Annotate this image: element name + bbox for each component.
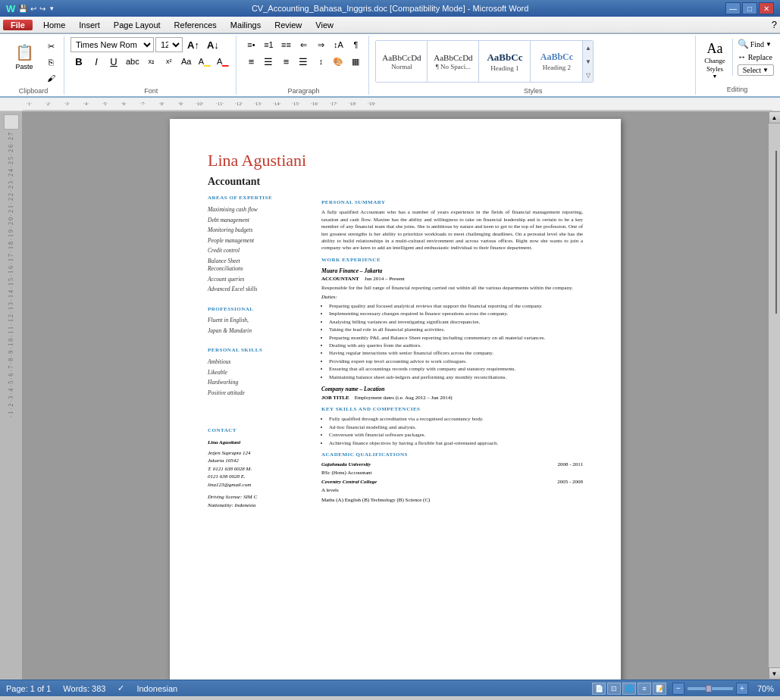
clear-format-button[interactable]: Aa <box>178 54 195 69</box>
svg-text:·6·: ·6· <box>121 101 127 107</box>
right-column: PERSONAL SUMMARY A fully qualified Accou… <box>321 195 583 509</box>
expertise-item-8: Advanced Excel skills <box>208 286 306 294</box>
scroll-thumb[interactable] <box>775 151 777 314</box>
zoom-slider[interactable] <box>688 687 733 690</box>
svg-text:·18·: ·18· <box>349 101 357 107</box>
bullets-button[interactable]: ≡• <box>243 37 259 52</box>
grow-font-button[interactable]: A↑ <box>184 37 202 52</box>
skill-2: Ad-hoc financial modelling and analysis. <box>329 424 583 431</box>
language-label[interactable]: Indonesian <box>136 684 177 693</box>
home-tab[interactable]: Home <box>37 19 71 31</box>
duty-8: Providing expert top level accounting ad… <box>329 358 583 365</box>
style-normal[interactable]: AaBbCcDd Normal <box>376 41 428 82</box>
justify-button[interactable]: ☰ <box>295 54 312 69</box>
zoom-out-btn[interactable]: − <box>672 683 684 695</box>
quick-undo[interactable]: ↩ <box>30 5 36 13</box>
find-label[interactable]: Find <box>750 40 764 48</box>
scroll-up-btn[interactable]: ▲ <box>583 45 593 52</box>
style-heading2[interactable]: AaBbCc Heading 2 <box>531 41 582 82</box>
format-painter-button[interactable]: 🖌 <box>42 70 59 86</box>
numbering-button[interactable]: ≡1 <box>260 37 277 52</box>
style-heading2-preview: AaBbCc <box>540 52 573 63</box>
multilevel-button[interactable]: ≡≡ <box>277 37 294 52</box>
styles-panel: AaBbCcDd Normal AaBbCcDd ¶ No Spaci... A… <box>375 40 594 83</box>
subscript-button[interactable]: x₂ <box>143 54 160 69</box>
decrease-indent-button[interactable]: ⇐ <box>295 37 312 52</box>
duty-6: Dealing with any queries from the audito… <box>329 342 583 349</box>
scroll-down-btn[interactable]: ▼ <box>583 58 593 65</box>
clipboard-group: 📋 Paste ✂ ⎘ 🖌 Clipboard <box>3 36 64 95</box>
ruler-corner[interactable] <box>4 114 19 130</box>
quick-dropdown[interactable]: ▼ <box>49 5 55 12</box>
shading-button[interactable]: 🎨 <box>330 54 346 69</box>
text-highlight-button[interactable]: A▁ <box>196 54 213 69</box>
references-tab[interactable]: References <box>168 19 223 31</box>
review-tab[interactable]: Review <box>268 19 308 31</box>
increase-indent-button[interactable]: ⇒ <box>312 37 329 52</box>
clipboard-label: Clipboard <box>19 86 49 95</box>
vertical-scrollbar[interactable]: ▲ ▼ <box>768 111 780 680</box>
quick-save[interactable]: 💾 <box>18 5 27 13</box>
underline-button[interactable]: U <box>105 54 122 69</box>
help-icon[interactable]: ? <box>772 19 777 30</box>
maximize-btn[interactable]: □ <box>742 2 757 14</box>
find-dropdown[interactable]: ▼ <box>766 41 772 48</box>
zoom-in-btn[interactable]: + <box>736 683 748 695</box>
expertise-item-1: Maximising cash flow <box>208 206 306 214</box>
align-right-button[interactable]: ≡ <box>277 54 294 69</box>
job1-row: ACCOUNTANT Jun 2014 – Present <box>321 276 583 283</box>
superscript-button[interactable]: x² <box>161 54 177 69</box>
copy-button[interactable]: ⎘ <box>42 55 59 70</box>
italic-button[interactable]: I <box>88 54 105 69</box>
web-layout-btn[interactable]: 🌐 <box>622 683 636 695</box>
style-nospace-preview: AaBbCcDd <box>434 53 472 62</box>
zoom-level[interactable]: 70% <box>751 684 774 693</box>
file-tab[interactable]: File <box>3 20 33 30</box>
font-name-select[interactable]: Times New Rom <box>70 37 154 52</box>
svg-text:·15·: ·15· <box>292 101 300 107</box>
cut-button[interactable]: ✂ <box>42 39 59 54</box>
borders-button[interactable]: ▦ <box>347 54 364 69</box>
scroll-more-btn[interactable]: ▽ <box>583 72 593 79</box>
spell-check-icon[interactable]: ✓ <box>117 683 124 693</box>
sort-button[interactable]: ↕A <box>330 37 346 52</box>
svg-text:·8·: ·8· <box>159 101 164 107</box>
align-center-button[interactable]: ☰ <box>260 54 277 69</box>
scroll-up-btn[interactable]: ▲ <box>769 111 781 123</box>
style-nospace-label: ¶ No Spaci... <box>436 63 471 70</box>
edu2-subjects: Maths (A) English (B) Technology (B) Sci… <box>321 497 583 505</box>
paste-button[interactable]: 📋 Paste <box>8 37 41 77</box>
style-nospace[interactable]: AaBbCcDd ¶ No Spaci... <box>428 41 479 82</box>
shrink-font-button[interactable]: A↓ <box>204 37 222 52</box>
align-left-button[interactable]: ≡ <box>243 54 259 69</box>
style-heading1[interactable]: AaBbCc Heading 1 <box>479 41 531 82</box>
select-button[interactable]: Select ▼ <box>738 64 774 76</box>
strikethrough-button[interactable]: abc <box>123 54 143 69</box>
scroll-down-btn[interactable]: ▼ <box>769 667 781 680</box>
draft-btn[interactable]: 📝 <box>653 683 666 695</box>
pagelayout-tab[interactable]: Page Layout <box>108 19 167 31</box>
print-view-btn[interactable]: 📄 <box>592 683 606 695</box>
expertise-item-4: People management <box>208 237 306 245</box>
svg-text:·5·: ·5· <box>102 101 108 107</box>
edu2-subject: A levels <box>321 487 583 495</box>
scroll-area[interactable]: Lina Agustiani Accountant AREAS OF EXPER… <box>23 111 768 680</box>
replace-label[interactable]: Replace <box>748 53 772 61</box>
close-btn[interactable]: ✕ <box>759 2 774 14</box>
mailings-tab[interactable]: Mailings <box>224 19 267 31</box>
minimize-btn[interactable]: — <box>725 2 741 14</box>
outline-btn[interactable]: ≡ <box>637 683 651 695</box>
zoom-thumb[interactable] <box>706 685 712 692</box>
view-tab[interactable]: View <box>309 19 340 31</box>
font-size-select[interactable]: 12 <box>155 37 183 52</box>
quick-redo[interactable]: ↪ <box>39 5 45 13</box>
line-spacing-button[interactable]: ↕ <box>312 54 329 69</box>
styles-scroll[interactable]: ▲ ▼ ▽ <box>582 41 593 82</box>
show-hide-button[interactable]: ¶ <box>347 37 364 52</box>
bold-button[interactable]: B <box>70 54 87 69</box>
full-screen-btn[interactable]: ⊡ <box>607 683 621 695</box>
change-styles-button[interactable]: Aa ChangeStyles ▼ <box>700 39 729 82</box>
font-color-button[interactable]: A▁ <box>214 54 231 69</box>
status-right: 📄 ⊡ 🌐 ≡ 📝 − + 70% <box>592 683 774 695</box>
insert-tab[interactable]: Insert <box>73 19 106 31</box>
